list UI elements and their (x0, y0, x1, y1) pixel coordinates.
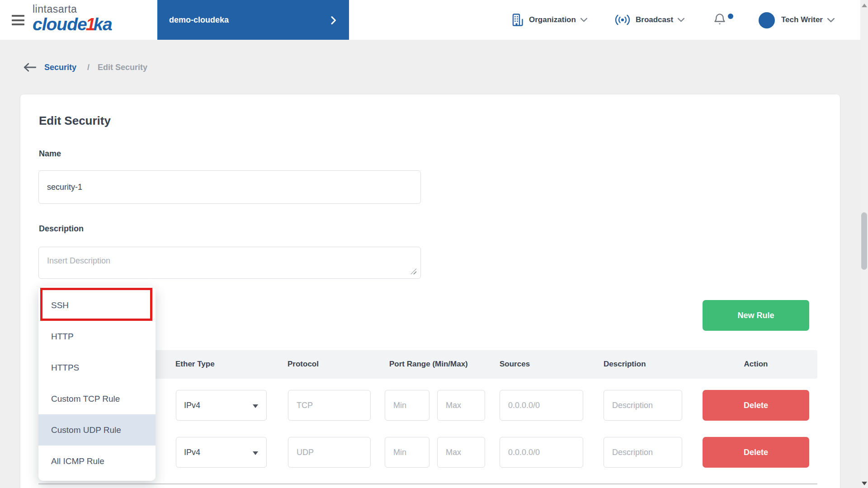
description-input[interactable] (604, 390, 682, 421)
broadcast-label: Broadcast (636, 15, 673, 24)
name-input[interactable] (38, 170, 421, 204)
dropdown-item-https[interactable]: HTTPS (38, 352, 156, 383)
building-icon (510, 13, 524, 27)
chevron-right-icon (331, 16, 336, 24)
breadcrumb-current: Edit Security (98, 63, 147, 72)
bell-icon (713, 13, 726, 26)
breadcrumb-security-link[interactable]: Security (44, 63, 76, 72)
scrollbar[interactable] (860, 0, 868, 488)
back-arrow-icon[interactable] (23, 62, 37, 72)
section-divider (38, 483, 817, 484)
radio-waves-icon (614, 14, 631, 26)
user-menu[interactable]: Tech Writer (781, 0, 835, 40)
organization-label: Organization (529, 15, 576, 24)
breadcrumb-separator: / (87, 63, 90, 72)
chevron-down-icon (827, 18, 835, 23)
scroll-up-arrow-icon[interactable] (862, 4, 867, 7)
top-bar: lintasarta cloude1ka demo-cloudeka Organ… (0, 0, 868, 40)
notifications-button[interactable] (713, 13, 733, 28)
port-min-input[interactable] (385, 390, 429, 421)
port-max-input[interactable] (437, 437, 485, 468)
col-action: Action (703, 360, 809, 369)
dropdown-item-http[interactable]: HTTP (38, 321, 156, 352)
scroll-down-arrow-icon[interactable] (862, 482, 867, 485)
logo-brand: cloude1ka (33, 15, 112, 33)
dropdown-item-all-icmp[interactable]: All ICMP Rule (38, 446, 156, 477)
protocol-input[interactable] (288, 437, 371, 468)
avatar[interactable] (759, 12, 775, 28)
ether-type-select[interactable]: IPv4 (176, 390, 267, 421)
name-label: Name (39, 149, 61, 159)
delete-button[interactable]: Delete (703, 437, 809, 468)
page-title: Edit Security (39, 114, 111, 128)
sources-input[interactable] (500, 390, 583, 421)
breadcrumb: Security / Edit Security (23, 62, 147, 72)
scrollbar-thumb[interactable] (861, 212, 867, 270)
delete-button[interactable]: Delete (703, 390, 809, 421)
user-name: Tech Writer (781, 15, 823, 24)
dropdown-item-custom-tcp[interactable]: Custom TCP Rule (38, 383, 156, 414)
port-max-input[interactable] (437, 390, 485, 421)
col-port-range: Port Range (Min/Max) (389, 360, 468, 369)
select-caret-icon (253, 451, 258, 455)
port-min-input[interactable] (385, 437, 429, 468)
notification-dot (728, 14, 733, 19)
chevron-down-icon (678, 18, 684, 22)
col-sources: Sources (500, 360, 530, 369)
dropdown-item-custom-udp[interactable]: Custom UDP Rule (38, 414, 156, 446)
new-rule-button[interactable]: New Rule (703, 300, 809, 331)
col-description: Description (604, 360, 646, 369)
chevron-down-icon (580, 18, 587, 22)
sources-input[interactable] (500, 437, 583, 468)
description-textarea[interactable] (38, 247, 421, 279)
rule-type-dropdown: SSH HTTP HTTPS Custom TCP Rule Custom UD… (38, 286, 156, 481)
hamburger-icon[interactable] (12, 15, 24, 27)
select-caret-icon (253, 404, 258, 408)
project-name: demo-cloudeka (169, 15, 229, 25)
col-ether-type: Ether Type (175, 360, 215, 369)
col-protocol: Protocol (288, 360, 319, 369)
ether-type-select[interactable]: IPv4 (176, 437, 267, 468)
description-input[interactable] (604, 437, 682, 468)
project-selector[interactable]: demo-cloudeka (157, 0, 349, 40)
logo-line1: lintasarta (33, 4, 112, 14)
app-logo: lintasarta cloude1ka (33, 4, 112, 32)
dropdown-item-ssh[interactable]: SSH (38, 290, 156, 321)
organization-menu[interactable]: Organization (510, 0, 587, 40)
broadcast-menu[interactable]: Broadcast (614, 0, 684, 40)
description-label: Description (39, 224, 84, 234)
protocol-input[interactable] (288, 390, 371, 421)
